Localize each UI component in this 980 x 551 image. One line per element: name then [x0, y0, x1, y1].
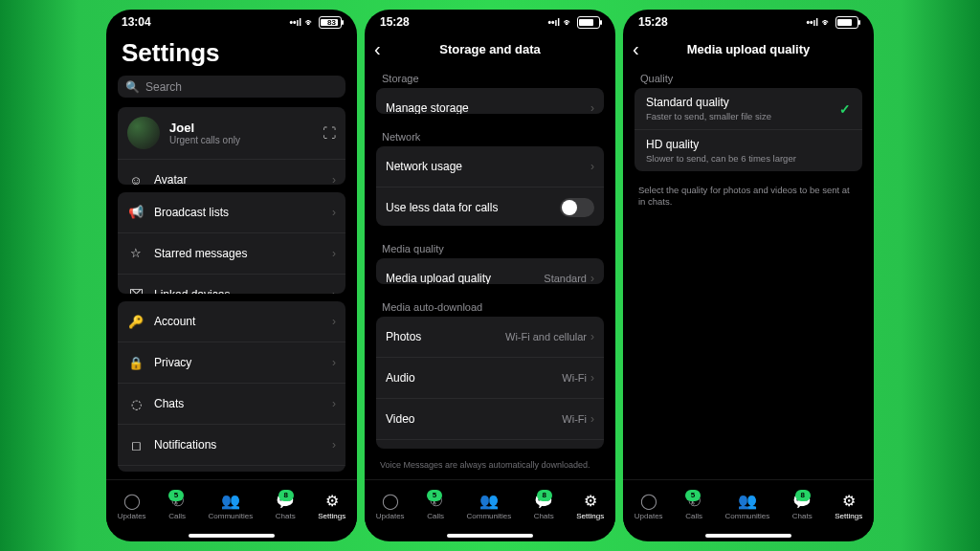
signal-icon: ••ıl: [289, 17, 301, 28]
qr-icon[interactable]: ⛶: [323, 125, 336, 141]
badge: 8: [795, 490, 811, 501]
avatar-row[interactable]: ☺ Avatar ›: [118, 159, 345, 185]
media-upload-quality-row[interactable]: Media upload quality Standard ›: [376, 258, 604, 284]
chats-row[interactable]: ◌ Chats ›: [118, 383, 345, 424]
linked-devices-row[interactable]: ⌧ Linked devices ›: [118, 274, 345, 294]
use-less-data-toggle[interactable]: [560, 198, 594, 217]
status-icons: ••ıl ᯤ: [806, 16, 858, 29]
starred-messages-row[interactable]: ☆ Starred messages ›: [118, 232, 345, 274]
row-label: Network usage: [386, 160, 590, 173]
chevron-right-icon: ›: [332, 438, 336, 452]
documents-row[interactable]: Documents Wi-Fi ›: [376, 439, 604, 449]
status-bar: 13:04 ••ıl ᯤ 83: [106, 10, 357, 34]
settings-icon: ⚙: [325, 493, 339, 510]
tab-settings[interactable]: ⚙Settings: [576, 493, 604, 520]
storage-and-data-row[interactable]: ↑↓ Storage and data ›: [118, 465, 345, 472]
key-icon: 🔑: [127, 315, 145, 329]
tab-settings[interactable]: ⚙Settings: [835, 493, 862, 520]
badge: 8: [537, 490, 552, 501]
badge: 5: [685, 490, 701, 501]
status-bar: 15:28 ••ıl ᯤ: [365, 10, 615, 34]
chevron-right-icon: ›: [590, 101, 594, 114]
home-indicator: [447, 534, 533, 538]
section-header-storage: Storage: [365, 63, 615, 88]
tab-label: Chats: [792, 512, 813, 520]
broadcast-lists-row[interactable]: 📢 Broadcast lists ›: [118, 192, 345, 232]
tab-label: Updates: [118, 512, 146, 520]
tab-label: Communities: [467, 512, 512, 520]
settings-icon: ⚙: [842, 493, 856, 510]
privacy-row[interactable]: 🔒 Privacy ›: [118, 342, 345, 383]
tab-settings[interactable]: ⚙Settings: [318, 493, 345, 520]
chevron-right-icon: ›: [332, 173, 336, 185]
chevron-right-icon: ›: [590, 272, 594, 284]
row-label: Account: [154, 315, 332, 328]
tab-label: Calls: [427, 512, 444, 520]
clock: 15:28: [638, 15, 668, 29]
tab-updates[interactable]: ◯Updates: [635, 493, 663, 520]
standard-quality-option[interactable]: Standard quality Faster to send, smaller…: [635, 88, 862, 129]
status-icons: ••ıl ᯤ 83: [289, 16, 342, 29]
tab-updates[interactable]: ◯Updates: [376, 493, 405, 520]
signal-icon: ••ıl: [806, 17, 818, 28]
settings-group-2: 🔑 Account › 🔒 Privacy › ◌ Chats › ◻ Noti…: [118, 301, 345, 472]
home-indicator: [705, 534, 791, 538]
chevron-right-icon: ›: [332, 315, 336, 328]
hd-quality-option[interactable]: HD quality Slower to send, can be 6 time…: [635, 129, 862, 171]
network-usage-row[interactable]: Network usage ›: [376, 146, 604, 187]
star-icon: ☆: [127, 246, 145, 260]
tab-bar: ◯Updates✆Calls5👥Communities💬Chats8⚙Setti…: [623, 479, 874, 532]
badge: 8: [278, 490, 294, 501]
option-subtitle: Slower to send, can be 6 times larger: [646, 153, 851, 164]
megaphone-icon: 📢: [127, 205, 145, 219]
manage-storage-row[interactable]: Manage storage ›: [376, 88, 604, 114]
tab-calls[interactable]: ✆Calls5: [168, 493, 186, 520]
row-label: Starred messages: [154, 247, 332, 260]
phone-storage-and-data: 15:28 ••ıl ᯤ ‹ Storage and data Storage …: [365, 10, 615, 541]
profile-row[interactable]: Joel Urgent calls only ⛶: [118, 107, 345, 159]
footer-note: Select the quality for photos and videos…: [623, 179, 874, 214]
tab-chats[interactable]: 💬Chats8: [276, 493, 296, 520]
tab-chats[interactable]: 💬Chats8: [792, 493, 813, 520]
tab-calls[interactable]: ✆Calls5: [685, 493, 702, 520]
row-label: Chats: [154, 397, 332, 410]
communities-icon: 👥: [221, 493, 240, 510]
laptop-icon: ⌧: [127, 287, 145, 294]
lock-icon: 🔒: [127, 356, 145, 370]
row-value: Wi-Fi: [562, 372, 587, 384]
account-row[interactable]: 🔑 Account ›: [118, 301, 345, 342]
audio-row[interactable]: Audio Wi-Fi ›: [376, 357, 604, 398]
tab-chats[interactable]: 💬Chats8: [534, 493, 554, 520]
signal-icon: ••ıl: [547, 17, 560, 28]
video-row[interactable]: Video Wi-Fi ›: [376, 398, 604, 439]
chevron-right-icon: ›: [332, 397, 336, 410]
tab-label: Updates: [635, 512, 663, 520]
notifications-row[interactable]: ◻ Notifications ›: [118, 424, 345, 465]
use-less-data-row[interactable]: Use less data for calls: [376, 187, 604, 226]
tab-communities[interactable]: 👥Communities: [209, 493, 254, 520]
option-title: Standard quality: [646, 96, 839, 109]
search-placeholder: Search: [145, 80, 182, 94]
section-header-auto-download: Media auto-download: [365, 292, 615, 317]
tab-calls[interactable]: ✆Calls5: [427, 493, 444, 520]
tab-communities[interactable]: 👥Communities: [467, 493, 512, 520]
tab-communities[interactable]: 👥Communities: [725, 493, 770, 520]
row-value: Wi-Fi: [562, 413, 587, 425]
chevron-right-icon: ›: [590, 160, 594, 173]
tab-updates[interactable]: ◯Updates: [118, 493, 146, 520]
tab-label: Chats: [534, 512, 554, 520]
tab-label: Settings: [318, 512, 345, 520]
photos-row[interactable]: Photos Wi-Fi and cellular ›: [376, 317, 604, 357]
profile-status: Urgent calls only: [169, 135, 323, 145]
profile-card: Joel Urgent calls only ⛶ ☺ Avatar ›: [118, 107, 345, 185]
row-label: Video: [386, 412, 562, 426]
row-label: Audio: [386, 371, 562, 385]
tab-label: Updates: [376, 512, 405, 520]
wifi-icon: ᯤ: [305, 17, 315, 28]
chevron-right-icon: ›: [590, 412, 594, 426]
face-icon: ☺: [127, 173, 145, 185]
section-header-quality: Quality: [623, 63, 874, 88]
battery-icon: [577, 16, 600, 29]
settings-group-1: 📢 Broadcast lists › ☆ Starred messages ›…: [118, 192, 345, 294]
search-input[interactable]: 🔍 Search: [118, 76, 345, 98]
